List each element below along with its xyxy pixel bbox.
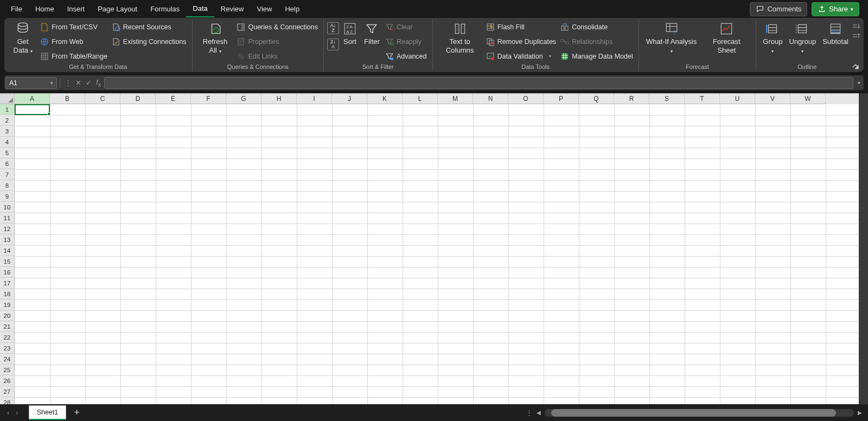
consolidate-button[interactable]: Consolidate [558, 20, 635, 34]
row-header[interactable]: 6 [0, 158, 15, 169]
tab-help[interactable]: Help [278, 1, 306, 17]
row-header[interactable]: 27 [0, 386, 15, 397]
scroll-right-button[interactable]: ▶ [856, 410, 864, 416]
from-table-range-button[interactable]: From Table/Range [38, 49, 110, 63]
refresh-all-button[interactable]: Refresh All ▾ [196, 20, 235, 56]
tab-insert[interactable]: Insert [61, 1, 92, 17]
vertical-scrollbar[interactable] [859, 93, 868, 404]
horizontal-scrollbar[interactable] [545, 409, 854, 417]
column-header[interactable]: E [156, 93, 191, 104]
forecast-sheet-button[interactable]: Forecast Sheet [701, 20, 753, 56]
row-header[interactable]: 14 [0, 245, 15, 256]
row-header[interactable]: 4 [0, 137, 15, 148]
row-header[interactable]: 7 [0, 169, 15, 180]
more-icon[interactable]: ⋮ [526, 409, 533, 417]
tab-home[interactable]: Home [29, 1, 61, 17]
properties-button[interactable]: Properties [234, 35, 320, 48]
chevron-down-icon[interactable]: ▾ [50, 80, 53, 86]
tab-page-layout[interactable]: Page Layout [91, 1, 144, 17]
row-header[interactable]: 3 [0, 126, 15, 137]
existing-connections-button[interactable]: Existing Connections [110, 35, 189, 48]
subtotal-button[interactable]: Subtotal [819, 20, 852, 47]
add-sheet-button[interactable]: + [66, 407, 87, 418]
show-detail-icon[interactable] [852, 22, 860, 31]
sort-asc-button[interactable]: A↓Z [327, 22, 339, 34]
name-box[interactable]: A1▾ [5, 77, 57, 89]
manage-data-model-button[interactable]: Manage Data Model [558, 49, 635, 63]
column-header[interactable]: Q [579, 93, 614, 104]
reapply-button[interactable]: Reapply [383, 35, 429, 48]
tab-view[interactable]: View [250, 1, 278, 17]
row-header[interactable]: 1 [0, 104, 15, 115]
flash-fill-button[interactable]: Flash Fill [484, 20, 558, 34]
sheet-tab[interactable]: Sheet1 [29, 405, 67, 420]
more-icon[interactable]: ⋮ [63, 79, 73, 87]
share-button[interactable]: Share ▾ [812, 2, 859, 16]
column-header[interactable]: G [226, 93, 261, 104]
edit-links-button[interactable]: Edit Links [234, 49, 320, 63]
row-header[interactable]: 13 [0, 234, 15, 245]
column-header[interactable]: R [614, 93, 649, 104]
row-header[interactable]: 23 [0, 343, 15, 354]
row-header[interactable]: 26 [0, 375, 15, 386]
ungroup-button[interactable]: Ungroup▾ [786, 20, 819, 56]
column-header[interactable]: A [15, 93, 50, 104]
column-header[interactable]: S [649, 93, 685, 104]
hide-detail-icon[interactable] [852, 32, 860, 41]
row-header[interactable]: 17 [0, 278, 15, 289]
row-header[interactable]: 20 [0, 310, 15, 321]
tab-formulas[interactable]: Formulas [144, 1, 186, 17]
select-all-button[interactable] [0, 93, 15, 104]
queries-connections-button[interactable]: Queries & Connections [234, 20, 320, 34]
row-header[interactable]: 18 [0, 289, 15, 299]
from-text-csv-button[interactable]: From Text/CSV [38, 20, 110, 34]
row-header[interactable]: 21 [0, 321, 15, 332]
enter-formula-button[interactable]: ✓ [84, 79, 94, 87]
row-header[interactable]: 15 [0, 256, 15, 267]
row-header[interactable]: 11 [0, 213, 15, 224]
what-if-button[interactable]: ? What-If Analysis ▾ [642, 20, 701, 56]
column-header[interactable]: D [120, 93, 156, 104]
row-header[interactable]: 12 [0, 224, 15, 234]
recent-sources-button[interactable]: Recent Sources [110, 20, 189, 34]
column-header[interactable]: L [403, 93, 438, 104]
column-header[interactable]: T [685, 93, 720, 104]
column-header[interactable]: F [191, 93, 226, 104]
column-header[interactable]: M [438, 93, 473, 104]
column-header[interactable]: N [473, 93, 508, 104]
column-header[interactable]: B [50, 93, 85, 104]
column-header[interactable]: O [508, 93, 544, 104]
cells-area[interactable] [15, 104, 868, 404]
insert-function-button[interactable]: fx [94, 78, 103, 88]
cancel-formula-button[interactable]: ✕ [73, 79, 84, 87]
formula-input[interactable] [104, 77, 853, 89]
clear-filter-button[interactable]: Clear [383, 20, 429, 34]
from-web-button[interactable]: From Web [38, 35, 110, 48]
tab-file[interactable]: File [4, 1, 29, 17]
relationships-button[interactable]: Relationships [558, 35, 635, 48]
row-header[interactable]: 2 [0, 115, 15, 126]
filter-button[interactable]: Filter [361, 20, 383, 47]
row-header[interactable]: 9 [0, 191, 15, 202]
row-header[interactable]: 8 [0, 180, 15, 191]
column-header[interactable]: V [755, 93, 790, 104]
scroll-left-button[interactable]: ◀ [535, 410, 542, 416]
row-header[interactable]: 16 [0, 267, 15, 278]
comments-button[interactable]: Comments [750, 2, 807, 16]
row-header[interactable]: 25 [0, 365, 15, 375]
remove-duplicates-button[interactable]: Remove Duplicates [484, 35, 558, 48]
collapse-ribbon-button[interactable] [852, 63, 859, 69]
row-header[interactable]: 28 [0, 397, 15, 404]
column-header[interactable]: H [261, 93, 297, 104]
tab-data[interactable]: Data [186, 1, 214, 17]
advanced-filter-button[interactable]: Advanced [383, 49, 429, 63]
column-header[interactable]: I [297, 93, 332, 104]
data-validation-button[interactable]: Data Validation ▾ [484, 49, 558, 63]
get-data-button[interactable]: Get Data ▾ [8, 20, 38, 56]
group-button[interactable]: Group▾ [760, 20, 786, 56]
column-header[interactable]: J [332, 93, 367, 104]
column-header[interactable]: C [85, 93, 120, 104]
row-header[interactable]: 10 [0, 202, 15, 213]
column-header[interactable]: U [720, 93, 755, 104]
scrollbar-thumb[interactable] [551, 409, 836, 417]
